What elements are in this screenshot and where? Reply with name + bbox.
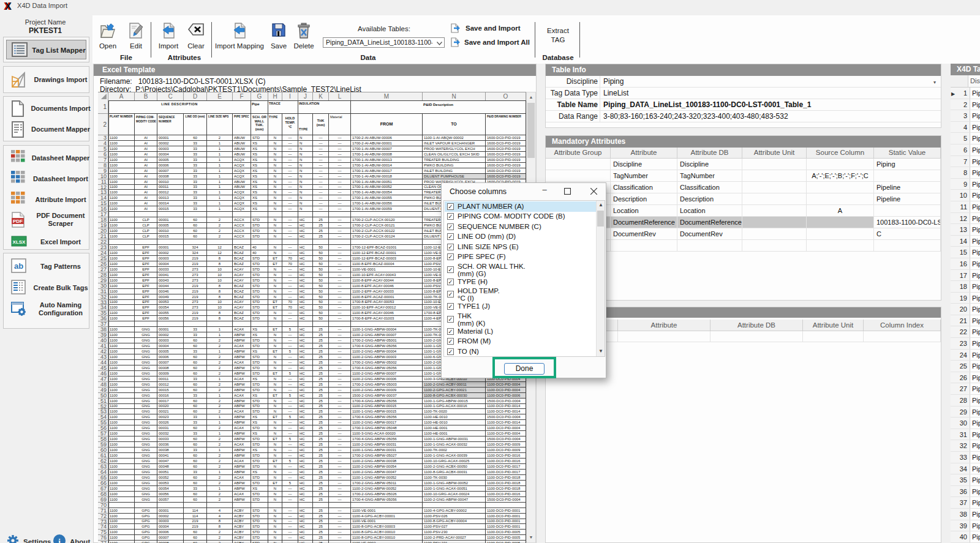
svg-text:XLSX: XLSX (13, 239, 26, 245)
svg-text:ab: ab (14, 261, 23, 271)
svg-text:PDF: PDF (13, 219, 23, 224)
svg-text:X: X (5, 1, 12, 11)
svg-text:i: i (58, 537, 61, 543)
